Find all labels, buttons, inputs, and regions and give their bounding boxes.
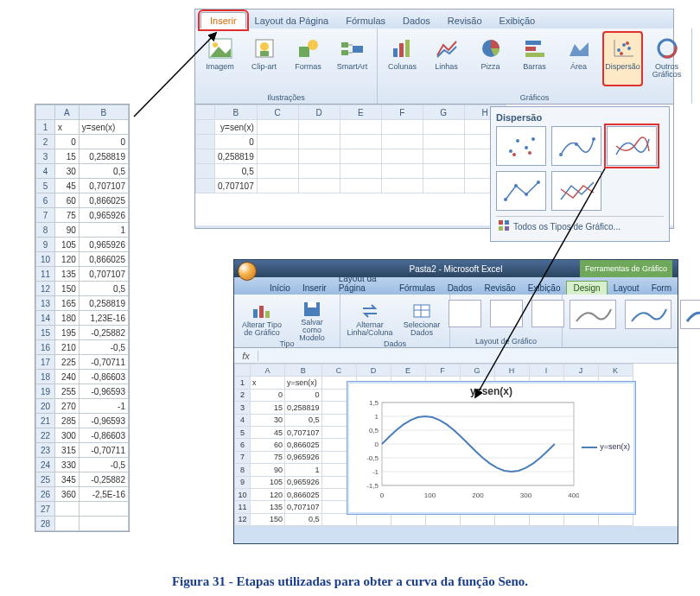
col-A[interactable]: A — [55, 105, 80, 120]
cell[interactable]: 0,866025 — [79, 193, 128, 208]
cell[interactable]: x — [55, 120, 80, 135]
cell[interactable]: 0,5 — [79, 282, 128, 296]
cell[interactable]: 360 — [55, 487, 80, 502]
tab-formulas[interactable]: Fórmulas — [337, 13, 394, 29]
scatter-opt-smooth-markers[interactable] — [551, 126, 601, 166]
cell[interactable]: 345 — [55, 472, 80, 487]
row-header[interactable]: 11 — [36, 267, 55, 282]
cell[interactable]: -1 — [79, 399, 128, 414]
btn-salvar-modelo[interactable]: Salvar como Modelo — [290, 298, 334, 338]
row-header[interactable]: 4 — [36, 164, 55, 179]
cell[interactable]: 270 — [55, 399, 80, 414]
cell[interactable]: 15 — [55, 149, 80, 164]
btn-area[interactable]: Área — [559, 32, 598, 86]
row-header[interactable]: 9 — [36, 238, 55, 252]
row-header[interactable]: 1 — [36, 120, 55, 135]
cell[interactable]: 1 — [79, 223, 128, 238]
btn-outros-graficos[interactable]: Outros Gráficos — [647, 32, 686, 86]
cell[interactable]: -0,5 — [79, 458, 128, 472]
cell[interactable]: -0,86603 — [79, 370, 128, 384]
cell[interactable]: 30 — [55, 164, 80, 179]
cell[interactable]: 240 — [55, 370, 80, 384]
cell[interactable]: 165 — [55, 296, 80, 311]
cell[interactable]: 300 — [55, 428, 80, 443]
tab-layout-pagina[interactable]: Layout da Página — [246, 13, 338, 29]
cell[interactable]: y=sen(x) — [79, 120, 128, 135]
cell[interactable]: -0,96593 — [79, 414, 128, 428]
cell[interactable]: 0,258819 — [79, 296, 128, 311]
cell[interactable]: 135 — [55, 267, 80, 282]
row-header[interactable]: 25 — [36, 472, 55, 487]
row-header[interactable]: 16 — [36, 340, 55, 355]
tab-inserir[interactable]: Inserir — [296, 282, 333, 295]
btn-barras[interactable]: Barras — [515, 32, 554, 86]
style-thumb[interactable] — [680, 300, 700, 329]
cell[interactable]: 0,5 — [79, 164, 128, 179]
cell[interactable] — [79, 517, 128, 531]
row-header[interactable]: 26 — [36, 487, 55, 502]
cell[interactable]: 0,965926 — [79, 208, 128, 223]
cell[interactable]: -0,96593 — [79, 384, 128, 399]
cell[interactable]: 0 — [55, 135, 80, 149]
col-B[interactable]: B — [79, 105, 128, 120]
row-header[interactable]: 3 — [36, 149, 55, 164]
row-header[interactable]: 2 — [36, 135, 55, 149]
cell[interactable]: 330 — [55, 458, 80, 472]
row-header[interactable]: 24 — [36, 458, 55, 472]
cell[interactable]: 315 — [55, 443, 80, 458]
row-header[interactable]: 19 — [36, 384, 55, 399]
cell[interactable]: 210 — [55, 340, 80, 355]
cell[interactable]: -0,70711 — [79, 443, 128, 458]
cell[interactable]: -0,70711 — [79, 355, 128, 370]
cell[interactable] — [55, 517, 80, 531]
data-table[interactable]: A B 1xy=sen(x)2003150,2588194300,55450,7… — [35, 105, 129, 531]
row-header[interactable]: 15 — [36, 326, 55, 340]
cell[interactable]: 105 — [55, 238, 80, 252]
row-header[interactable]: 6 — [36, 193, 55, 208]
corner-cell[interactable] — [36, 105, 55, 120]
btn-smartart[interactable]: SmartArt — [333, 32, 372, 86]
row-header[interactable]: 5 — [36, 179, 55, 193]
tab-formatar[interactable]: Form — [646, 282, 678, 295]
row-header[interactable]: 12 — [36, 282, 55, 296]
tab-formulas[interactable]: Fórmulas — [393, 282, 442, 295]
style-thumb[interactable] — [625, 300, 671, 329]
cell[interactable]: 0 — [79, 135, 128, 149]
row-header[interactable]: 8 — [36, 223, 55, 238]
row-header[interactable]: 18 — [36, 370, 55, 384]
btn-pizza[interactable]: Pizza — [471, 32, 510, 86]
row-header[interactable]: 23 — [36, 443, 55, 458]
cell[interactable]: 0,965926 — [79, 238, 128, 252]
row-header[interactable]: 28 — [36, 517, 55, 531]
cell[interactable]: 0,707107 — [79, 267, 128, 282]
btn-linhas[interactable]: Linhas — [427, 32, 466, 86]
row-header[interactable]: 21 — [36, 414, 55, 428]
btn-dispersao[interactable]: Dispersão — [603, 32, 642, 86]
cell[interactable]: -2,5E-16 — [79, 487, 128, 502]
cell[interactable]: 120 — [55, 252, 80, 267]
cell[interactable]: 225 — [55, 355, 80, 370]
cell[interactable]: 60 — [55, 193, 80, 208]
cell[interactable]: 0,258819 — [79, 149, 128, 164]
row-header[interactable]: 20 — [36, 399, 55, 414]
btn-formas[interactable]: Formas — [289, 32, 328, 86]
cell[interactable]: -0,25882 — [79, 326, 128, 340]
btn-clipart[interactable]: Clip-art — [245, 32, 283, 86]
cell[interactable]: -0,25882 — [79, 472, 128, 487]
cell[interactable]: 1,23E-16 — [79, 311, 128, 326]
cell[interactable]: 0,866025 — [79, 252, 128, 267]
cell[interactable]: 195 — [55, 326, 80, 340]
cell[interactable]: -0,86603 — [79, 428, 128, 443]
row-header[interactable]: 27 — [36, 502, 55, 517]
tab-exibicao[interactable]: Exibição — [491, 13, 544, 29]
cell[interactable]: 150 — [55, 282, 80, 296]
cell[interactable] — [79, 502, 128, 517]
row-header[interactable]: 13 — [36, 296, 55, 311]
scatter-opt-markers[interactable] — [496, 126, 546, 166]
cell[interactable]: 180 — [55, 311, 80, 326]
btn-alternar[interactable]: Alternar Linha/Coluna — [346, 298, 394, 338]
tab-dados[interactable]: Dados — [394, 13, 439, 29]
cell[interactable]: 255 — [55, 384, 80, 399]
btn-alterar-tipo[interactable]: Alterar Tipo de Gráfico — [239, 298, 284, 338]
row-header[interactable]: 7 — [36, 208, 55, 223]
